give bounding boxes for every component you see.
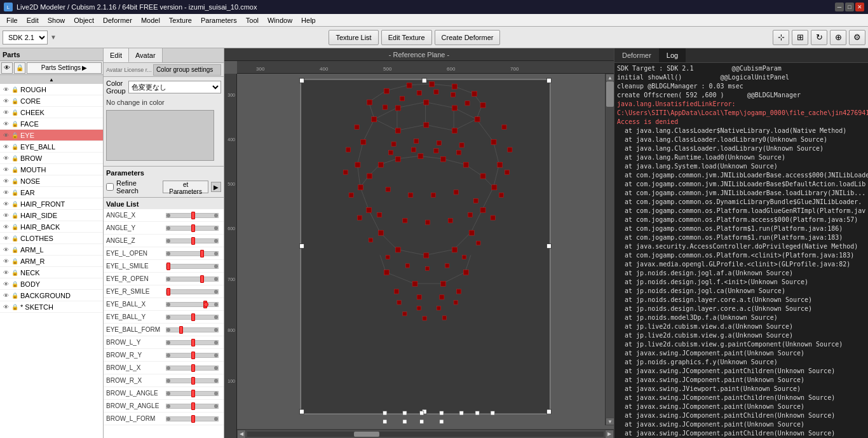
scroll-left-arrow[interactable]: ◀	[237, 430, 246, 439]
svg-rect-92	[441, 281, 446, 286]
color-group-select[interactable]: 色変更なし	[128, 81, 221, 93]
zoom-tool-button[interactable]: ⊕	[830, 30, 846, 45]
parts-item-eye-ball[interactable]: 👁 🔒 EYE_BALL	[0, 141, 103, 153]
menu-model[interactable]: Model	[137, 16, 164, 25]
param-track-brow-l-angle[interactable]	[163, 388, 221, 399]
svg-rect-126	[437, 140, 441, 145]
parts-eye-toggle[interactable]: 👁	[1, 62, 13, 74]
parts-item-hair-side[interactable]: 👁 🔒 HAIR_SIDE	[0, 210, 103, 221]
menu-texture[interactable]: Texture	[165, 16, 196, 25]
scroll-down-arrow[interactable]: ▼	[606, 418, 614, 425]
svg-rect-131	[457, 150, 461, 154]
minimize-button[interactable]: ─	[835, 3, 844, 11]
parts-item-face[interactable]: 👁 🔒 FACE	[0, 118, 103, 130]
grid-tool-button[interactable]: ⊞	[792, 30, 808, 45]
parts-item-nose[interactable]: 👁 🔒 NOSE	[0, 175, 103, 187]
edit-texture-button[interactable]: Edit Texture	[381, 30, 432, 45]
menu-help[interactable]: Help	[297, 16, 320, 25]
scroll-up-arrow[interactable]: ▲	[606, 74, 614, 81]
rotate-tool-button[interactable]: ↻	[811, 30, 827, 45]
scroll-track-horizontal[interactable]	[247, 432, 604, 437]
param-track-brow-r-y[interactable]	[163, 350, 221, 360]
svg-rect-76	[463, 162, 468, 167]
lock-icon-clothes: 🔒	[10, 234, 19, 243]
menu-file[interactable]: File	[3, 16, 22, 25]
color-group-settings-tab[interactable]: Color group settings	[153, 64, 221, 76]
horizontal-scrollbar[interactable]: ◀ ▶	[237, 429, 614, 438]
parts-item-ear[interactable]: 👁 🔒 EAR	[0, 187, 103, 198]
param-track-eye-ball-form[interactable]	[163, 325, 221, 335]
param-track-angle-y[interactable]	[163, 223, 221, 233]
close-button[interactable]: ✕	[855, 3, 864, 11]
menu-deformer[interactable]: Deformer	[99, 16, 136, 25]
parts-item-brow[interactable]: 👁 🔒 BROW	[0, 153, 103, 164]
scroll-thumb-horizontal[interactable]	[354, 432, 379, 437]
parts-item-body[interactable]: 👁 🔒 BODY	[0, 278, 103, 290]
parts-item-arm-r[interactable]: 👁 🔒 ARM_R	[0, 256, 103, 267]
parts-scroll-up[interactable]: ▲	[0, 75, 103, 84]
tab-avatar[interactable]: Avatar	[129, 48, 163, 62]
maximize-button[interactable]: □	[845, 3, 854, 11]
param-track-angle-z[interactable]	[163, 236, 221, 246]
parts-lock-toggle[interactable]: 🔒	[14, 62, 25, 74]
sdk-select[interactable]: SDK 2.1	[3, 31, 48, 44]
scroll-right-arrow[interactable]: ▶	[605, 430, 614, 439]
canvas-area[interactable]: 300 400 500 600 700 300 400 500 600 700 …	[224, 61, 614, 438]
scroll-thumb-vertical[interactable]	[606, 81, 614, 107]
tab-deformer[interactable]: Deformer	[614, 48, 659, 62]
parts-item-mouth[interactable]: 👁 🔒 MOUTH	[0, 164, 103, 175]
param-track-eye-l-open[interactable]	[163, 249, 221, 259]
parts-item-background[interactable]: 👁 🔒 BACKGROUND	[0, 290, 103, 301]
log-line: cleanup @BLDGLManager : 0.03 msec	[617, 82, 865, 91]
param-track-eye-ball-x[interactable]	[163, 299, 221, 310]
svg-rect-136	[445, 264, 449, 268]
parts-item-cheek[interactable]: 👁 🔒 CHEEK	[0, 107, 103, 118]
log-content[interactable]: SDK Target : SDK 2.1 @@CubismParam initi…	[614, 63, 868, 438]
eye-icon-core: 👁	[1, 97, 10, 106]
log-line: at javax.swing.JViewport.paint(Unknown S…	[617, 385, 865, 394]
params-expand-button[interactable]: ▶	[211, 182, 221, 192]
param-track-eye-ball-y[interactable]	[163, 312, 221, 322]
lock-icon-cheek: 🔒	[10, 108, 19, 117]
parts-item-eye[interactable]: 👁 🔒 EYE	[0, 130, 103, 141]
tab-log[interactable]: Log	[659, 48, 686, 62]
param-track-eye-r-smile[interactable]	[163, 287, 221, 297]
param-track-brow-l-form[interactable]	[163, 414, 221, 424]
param-brow-l-angle: BROW_L_ANGLE	[104, 387, 224, 400]
lock-icon-hair-back: 🔒	[10, 222, 19, 231]
tab-edit[interactable]: Edit	[104, 48, 129, 62]
menu-tool[interactable]: Tool	[242, 16, 262, 25]
svg-rect-79	[384, 88, 389, 93]
menu-object[interactable]: Object	[70, 16, 98, 25]
parts-item-clothes[interactable]: 👁 🔒 CLOTHES	[0, 233, 103, 244]
param-track-eye-l-smile[interactable]	[163, 261, 221, 271]
parts-item-hair-back[interactable]: 👁 🔒 HAIR_BACK	[0, 221, 103, 233]
param-track-brow-r-angle[interactable]	[163, 401, 221, 411]
parts-item-hair-front[interactable]: 👁 🔒 HAIR_FRONT	[0, 198, 103, 210]
menu-edit[interactable]: Edit	[23, 16, 43, 25]
vertical-scrollbar[interactable]: ▲ ▼	[605, 74, 614, 425]
menu-window[interactable]: Window	[264, 16, 296, 25]
cursor-tool-button[interactable]: ⊹	[773, 30, 789, 45]
parts-item-arm-l[interactable]: 👁 🔒 ARM_L	[0, 244, 103, 256]
param-track-eye-r-open[interactable]	[163, 274, 221, 284]
svg-rect-124	[391, 142, 396, 146]
parts-item-rough[interactable]: 👁 🔒 ROUGH	[0, 84, 103, 95]
parts-item-core[interactable]: 👁 🔒 CORE	[0, 95, 103, 107]
param-track-brow-r-x[interactable]	[163, 376, 221, 386]
parts-item-sketch[interactable]: 👁 🔒 * SKETCH	[0, 301, 103, 313]
svg-rect-137	[462, 255, 466, 259]
param-track-brow-l-x[interactable]	[163, 363, 221, 373]
settings-tool-button[interactable]: ⚙	[849, 30, 865, 45]
create-deformer-button[interactable]: Create Deformer	[435, 30, 501, 45]
canvas-content[interactable]: ▲ ▼	[237, 74, 614, 425]
param-track-angle-x[interactable]	[163, 210, 221, 221]
parts-item-neck[interactable]: 👁 🔒 NECK	[0, 267, 103, 278]
menu-show[interactable]: Show	[44, 16, 69, 25]
param-track-brow-l-y[interactable]	[163, 338, 221, 348]
et-params-button[interactable]: et Parameters	[163, 181, 208, 193]
parts-settings-button[interactable]: Parts Settings ▶	[27, 62, 102, 74]
menu-parameters[interactable]: Parameters	[197, 16, 241, 25]
refine-search-checkbox[interactable]	[106, 183, 114, 191]
texture-list-button[interactable]: Texture List	[329, 30, 378, 45]
